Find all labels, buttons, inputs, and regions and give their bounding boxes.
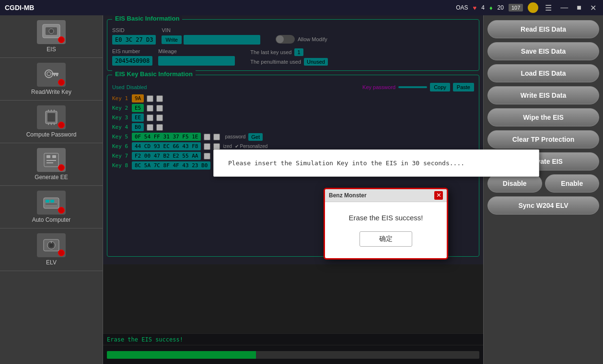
read-eis-data-button[interactable]: Read EIS Data xyxy=(487,20,599,38)
sidebar-item-compute-password[interactable]: Compute Password xyxy=(0,101,103,143)
eis-icon xyxy=(37,20,66,44)
svg-rect-21 xyxy=(44,198,59,208)
svg-rect-22 xyxy=(46,200,49,203)
sidebar-label-ee: Generate EE xyxy=(35,174,68,181)
sidebar-item-auto-computer[interactable]: Auto Computer xyxy=(0,186,103,228)
ee-badge xyxy=(58,164,65,171)
enable-button[interactable]: Enable xyxy=(545,174,600,193)
heart-icon: ♥ xyxy=(473,4,477,11)
diamond-icon: ♦ xyxy=(489,4,493,11)
benz-title-bar: Benz Monster ✕ xyxy=(325,189,447,202)
disable-button[interactable]: Disable xyxy=(487,174,542,193)
svg-rect-6 xyxy=(56,75,58,76)
sim-key-text: Please insert the Simulation Key into th… xyxy=(228,159,464,167)
svg-point-3 xyxy=(45,70,53,78)
elv-icon xyxy=(37,233,66,257)
load-eis-data-button[interactable]: Load EIS Data xyxy=(487,64,599,82)
elv-badge xyxy=(58,250,65,256)
minimize-button[interactable]: — xyxy=(558,3,570,12)
sidebar-label-rw-key: Read/Write Key xyxy=(31,89,71,95)
disable-enable-row: Disable Enable xyxy=(487,174,599,193)
diamonds-count: 20 xyxy=(498,4,504,11)
key-icon xyxy=(37,63,66,87)
sidebar-item-elv[interactable]: ELV xyxy=(0,228,103,271)
svg-rect-23 xyxy=(50,200,54,203)
main-layout: EIS Read/Write Key xyxy=(0,15,603,364)
svg-rect-20 xyxy=(46,162,53,163)
sidebar-label-eis: EIS xyxy=(46,46,56,53)
svg-rect-5 xyxy=(52,73,58,75)
maximize-button[interactable]: ■ xyxy=(575,3,583,12)
hearts-count: 4 xyxy=(481,4,485,11)
svg-rect-17 xyxy=(46,155,50,158)
right-panel: Read EIS Data Save EIS Data Load EIS Dat… xyxy=(483,15,603,364)
content-wrapper: EIS Basic Information SSID E0 3C 27 D3 V… xyxy=(103,15,483,364)
benz-close-button[interactable]: ✕ xyxy=(434,191,443,200)
svg-rect-24 xyxy=(46,204,57,205)
status-label: OAS xyxy=(456,4,468,11)
svg-rect-19 xyxy=(46,160,56,161)
sidebar-label-auto: Auto Computer xyxy=(32,216,71,223)
svg-rect-9 xyxy=(47,113,55,122)
cpu-badge xyxy=(58,122,65,128)
wipe-eis-button[interactable]: Wipe the EIS xyxy=(487,108,599,126)
benz-content: Erase the EIS success! 确定 xyxy=(325,202,447,258)
sidebar-label-compute: Compute Password xyxy=(26,131,77,138)
svg-point-27 xyxy=(49,243,53,247)
clear-tp-protection-button[interactable]: Clear TP Protection xyxy=(487,130,599,148)
counter-box: 107 xyxy=(509,4,523,11)
save-eis-data-button[interactable]: Save EIS Data xyxy=(487,42,599,60)
auto-badge xyxy=(58,207,65,214)
app-title: CGDI-MB xyxy=(5,4,34,11)
svg-rect-7 xyxy=(54,75,55,76)
svg-point-2 xyxy=(49,29,54,34)
circle-icon xyxy=(528,2,538,13)
svg-point-4 xyxy=(47,72,51,76)
benz-ok-button[interactable]: 确定 xyxy=(359,231,412,247)
svg-rect-18 xyxy=(52,155,56,158)
sidebar-item-eis[interactable]: EIS xyxy=(0,15,103,58)
sync-w204-elv-button[interactable]: Sync W204 ELV xyxy=(487,196,599,215)
benz-dialog-title: Benz Monster xyxy=(329,192,367,199)
eis-badge xyxy=(58,36,65,43)
ee-icon xyxy=(37,148,66,172)
benz-dialog-wrapper: Benz Monster ✕ Erase the EIS success! 确定 xyxy=(324,188,448,260)
close-button[interactable]: ✕ xyxy=(588,3,598,12)
key-badge xyxy=(58,79,65,86)
cpu-icon xyxy=(37,105,66,129)
sidebar-item-read-write-key[interactable]: Read/Write Key xyxy=(0,58,103,101)
write-eis-data-button[interactable]: Write EIS Data xyxy=(487,86,599,104)
menu-icon[interactable]: ☰ xyxy=(543,3,554,12)
sidebar-label-elv: ELV xyxy=(46,259,57,266)
sidebar: EIS Read/Write Key xyxy=(0,15,103,364)
sim-key-dialog: Please insert the Simulation Key into th… xyxy=(213,149,539,177)
benz-dialog: Benz Monster ✕ Erase the EIS success! 确定 xyxy=(324,188,448,260)
title-bar: CGDI-MB OAS ♥ 4 ♦ 20 107 ☰ — ■ ✕ xyxy=(0,0,603,15)
sidebar-item-generate-ee[interactable]: Generate EE xyxy=(0,143,103,186)
auto-icon xyxy=(37,191,66,215)
benz-message: Erase the EIS success! xyxy=(335,214,437,222)
